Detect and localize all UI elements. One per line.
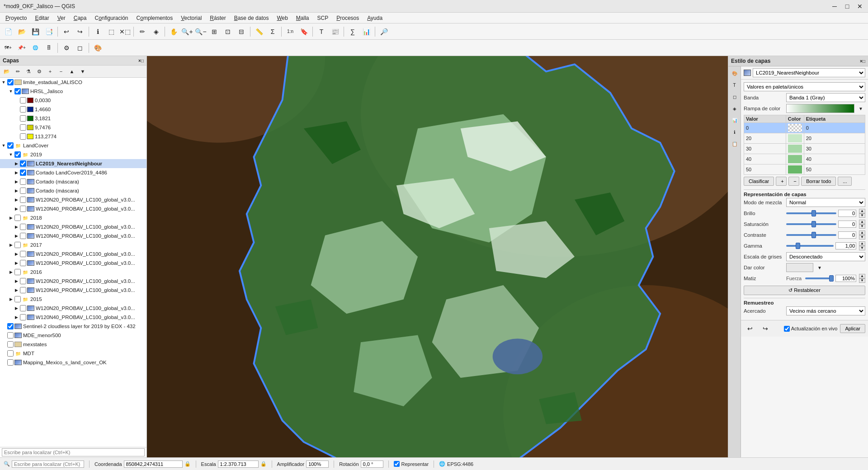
deselect-btn[interactable]: ✕⬚ xyxy=(118,25,131,38)
layer-expand-icon[interactable]: ▶ xyxy=(14,170,19,175)
menu-base-datos[interactable]: Base de datos xyxy=(231,14,273,22)
layer-item[interactable]: 9,7476 xyxy=(0,123,146,132)
color-swatch-cell[interactable] xyxy=(786,133,804,144)
dar-color-swatch[interactable] xyxy=(786,263,813,272)
layer-expand-icon[interactable]: ▶ xyxy=(14,188,19,193)
node-tool-btn[interactable]: ◈ xyxy=(150,25,162,38)
layer-expand-icon[interactable] xyxy=(14,116,19,121)
layer-checkbox[interactable] xyxy=(20,106,26,113)
layer-checkbox[interactable] xyxy=(20,260,26,266)
layer-checkbox[interactable] xyxy=(20,97,26,103)
layer-item[interactable]: ▶LC2019_NearestNeighbour xyxy=(0,159,146,168)
zoom-in-btn[interactable]: 🔍+ xyxy=(181,25,193,38)
layer-checkbox[interactable] xyxy=(20,197,26,203)
menu-capa[interactable]: Capa xyxy=(70,14,90,22)
layer-checkbox[interactable] xyxy=(7,359,14,366)
color-swatch-cell[interactable] xyxy=(786,154,804,164)
brillo-spinbox[interactable]: 0 xyxy=(838,210,856,217)
identify-btn[interactable]: ℹ xyxy=(91,25,104,38)
layer-checkbox[interactable] xyxy=(20,160,26,167)
layer-item[interactable]: ▼📁2019 xyxy=(0,150,146,159)
style-diagram-btn[interactable]: 📊 xyxy=(730,115,740,125)
layer-checkbox[interactable] xyxy=(14,215,21,221)
layer-checkbox[interactable] xyxy=(7,323,14,329)
restablecer-btn[interactable]: ↺ Restablecer xyxy=(744,286,865,295)
menu-editar[interactable]: Editar xyxy=(31,14,52,22)
style-mask-btn[interactable]: ◻ xyxy=(730,92,740,102)
acercado-select[interactable]: Vecino más cercano xyxy=(786,306,865,315)
layer-item[interactable]: ▶W120N20_PROBAV_LC100_global_v3.0... xyxy=(0,277,146,286)
layer-expand-icon[interactable]: ▶ xyxy=(14,233,19,239)
zoom-layer-btn[interactable]: ⊡ xyxy=(222,25,234,38)
style-info-btn[interactable]: ℹ xyxy=(730,127,740,137)
layers-down-btn[interactable]: ▼ xyxy=(78,66,88,76)
zoom-full-btn[interactable]: ⊞ xyxy=(208,25,221,38)
menu-scp[interactable]: SCP xyxy=(314,14,332,22)
layer-expand-icon[interactable]: ▼ xyxy=(8,89,14,94)
delete-color-btn[interactable]: − xyxy=(788,177,799,186)
layer-expand-icon[interactable] xyxy=(1,333,6,338)
layer-item[interactable]: ▶Cortado (máscara) xyxy=(0,177,146,186)
color-swatch-cell[interactable] xyxy=(786,123,804,133)
layer-item[interactable]: mexstates xyxy=(0,340,146,349)
color-swatch-cell[interactable] xyxy=(786,144,804,154)
clasificar-btn[interactable]: Clasificar xyxy=(744,177,774,186)
undo-btn[interactable]: ↩ xyxy=(60,25,73,38)
layer-item[interactable]: ▶📁2018 xyxy=(0,213,146,222)
layer-expand-icon[interactable] xyxy=(14,107,19,112)
save-project-btn[interactable]: 💾 xyxy=(29,25,42,38)
add-vector-btn[interactable]: 📌+ xyxy=(15,42,28,54)
layer-item[interactable]: Sentinel-2 cloudless layer for 2019 by E… xyxy=(0,322,146,331)
layout-btn[interactable]: 📰 xyxy=(329,25,341,38)
layer-checkbox[interactable] xyxy=(7,341,14,348)
open-project-btn[interactable]: 📂 xyxy=(15,25,28,38)
layer-expand-icon[interactable]: ▶ xyxy=(14,206,19,212)
add-raster-btn[interactable]: 🗺+ xyxy=(2,42,14,54)
layer-expand-icon[interactable]: ▶ xyxy=(8,242,14,248)
color-table-row[interactable]: 4040 xyxy=(744,154,865,164)
rotacion-input[interactable] xyxy=(361,461,383,468)
layers-filter-btn[interactable]: ⚗ xyxy=(24,66,33,76)
layer-item[interactable]: ▶📁2015 xyxy=(0,295,146,304)
layer-checkbox[interactable] xyxy=(14,242,21,248)
status-search-input[interactable] xyxy=(12,461,84,468)
layers-remove-btn[interactable]: − xyxy=(56,66,66,76)
layers-search-input[interactable] xyxy=(2,448,145,456)
fuerza-arrows[interactable]: ▲▼ xyxy=(859,274,865,283)
layer-checkbox[interactable] xyxy=(20,287,26,293)
layer-expand-icon[interactable]: ▶ xyxy=(14,287,19,293)
layer-expand-icon[interactable] xyxy=(1,342,6,347)
layer-item[interactable]: ▶W120N40_PROBAV_LC100_global_v3.0... xyxy=(0,204,146,213)
color-table-row[interactable]: 5050 xyxy=(744,164,865,175)
more-options-btn[interactable]: ... xyxy=(838,177,852,186)
layer-expand-icon[interactable]: ▶ xyxy=(14,306,19,311)
layer-checkbox[interactable] xyxy=(20,233,26,239)
layer-checkbox[interactable] xyxy=(20,251,26,257)
layer-item[interactable]: ▶W120N20_PROBAV_LC100_global_v3.0... xyxy=(0,195,146,204)
layer-item[interactable]: Mapping_Mexico_s_land_cover_OK xyxy=(0,358,146,367)
brillo-slider-thumb[interactable] xyxy=(811,210,816,216)
fwd-history-btn[interactable]: ↪ xyxy=(759,322,772,335)
layer-item[interactable]: 3,1821 xyxy=(0,114,146,123)
brillo-arrows[interactable]: ▲▼ xyxy=(859,209,865,218)
layer-expand-icon[interactable]: ▶ xyxy=(14,179,19,184)
menu-proyecto[interactable]: Proyecto xyxy=(2,14,30,22)
save-as-btn[interactable]: 📑 xyxy=(42,25,55,38)
layer-expand-icon[interactable]: ▼ xyxy=(8,152,14,157)
gamma-arrows[interactable]: ▲▼ xyxy=(859,241,865,250)
layer-item[interactable]: ▶📁2016 xyxy=(0,268,146,277)
color-swatch-cell[interactable] xyxy=(786,164,804,175)
layer-expand-icon[interactable]: ▶ xyxy=(14,161,19,166)
layer-expand-icon[interactable]: ▼ xyxy=(1,80,6,85)
saturacion-spinbox[interactable]: 0 xyxy=(838,221,856,228)
escala-input[interactable] xyxy=(218,461,259,468)
layer-expand-icon[interactable]: ▶ xyxy=(8,269,14,275)
layer-item[interactable]: ▶W120N40_PROBAV_LC100_global_v3.0... xyxy=(0,258,146,268)
layer-expand-icon[interactable] xyxy=(1,351,6,356)
layer-checkbox[interactable] xyxy=(20,224,26,230)
dar-color-dropdown[interactable]: ▼ xyxy=(815,263,824,272)
layer-item[interactable]: ▶W120N20_PROBAV_LC100_global_v3.0... xyxy=(0,304,146,313)
layer-item[interactable]: 0,0030 xyxy=(0,96,146,105)
layer-item[interactable]: ▼limite_estadual_JALISCO xyxy=(0,78,146,87)
color-table-row[interactable]: 3030 xyxy=(744,144,865,154)
